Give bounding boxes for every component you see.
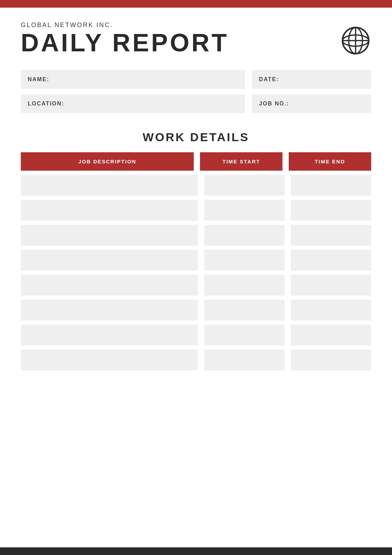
table-row bbox=[21, 325, 371, 345]
top-bar bbox=[0, 0, 392, 8]
td-description-7[interactable] bbox=[21, 325, 198, 345]
globe-icon bbox=[340, 25, 371, 56]
header-left: GLOBAL NETWORK INC. DAILY REPORT bbox=[21, 22, 229, 55]
td-time-end-3[interactable] bbox=[291, 225, 371, 246]
td-time-end-5[interactable] bbox=[291, 275, 371, 296]
td-time-end-4[interactable] bbox=[291, 250, 371, 271]
td-time-end-7[interactable] bbox=[291, 325, 371, 345]
table-body bbox=[21, 175, 371, 370]
td-description-8[interactable] bbox=[21, 350, 198, 370]
table-row bbox=[21, 300, 371, 321]
name-field[interactable]: NAME: bbox=[21, 70, 245, 89]
td-description-3[interactable] bbox=[21, 225, 198, 246]
td-time-start-8[interactable] bbox=[204, 350, 285, 370]
date-field[interactable]: DATE: bbox=[252, 70, 371, 89]
table-header: JOB DESCRIPTION TIME START TIME END bbox=[21, 152, 371, 171]
td-description-6[interactable] bbox=[21, 300, 198, 321]
table-row bbox=[21, 225, 371, 246]
td-time-end-8[interactable] bbox=[291, 350, 371, 370]
td-time-start-4[interactable] bbox=[204, 250, 285, 271]
table-row bbox=[21, 350, 371, 370]
td-description-1[interactable] bbox=[21, 175, 198, 196]
td-time-end-2[interactable] bbox=[291, 200, 371, 221]
td-time-end-6[interactable] bbox=[291, 300, 371, 321]
table-row bbox=[21, 175, 371, 196]
job-no-field[interactable]: JOB NO.: bbox=[252, 94, 371, 113]
report-title: DAILY REPORT bbox=[21, 30, 229, 55]
header: GLOBAL NETWORK INC. DAILY REPORT bbox=[21, 22, 371, 56]
td-description-5[interactable] bbox=[21, 275, 198, 296]
fields-section: NAME: DATE: LOCATION: JOB NO.: bbox=[21, 70, 371, 113]
td-description-4[interactable] bbox=[21, 250, 198, 271]
td-time-start-6[interactable] bbox=[204, 300, 285, 321]
td-time-start-1[interactable] bbox=[204, 175, 285, 196]
table-row bbox=[21, 275, 371, 296]
fields-row-2: LOCATION: JOB NO.: bbox=[21, 94, 371, 113]
td-time-start-7[interactable] bbox=[204, 325, 285, 345]
td-time-start-2[interactable] bbox=[204, 200, 285, 221]
location-field[interactable]: LOCATION: bbox=[21, 94, 245, 113]
table-row bbox=[21, 200, 371, 221]
fields-row-1: NAME: DATE: bbox=[21, 70, 371, 89]
th-job-description: JOB DESCRIPTION bbox=[21, 152, 194, 171]
work-details-title: WORK DETAILS bbox=[21, 130, 371, 144]
td-time-start-5[interactable] bbox=[204, 275, 285, 296]
work-table: JOB DESCRIPTION TIME START TIME END bbox=[21, 152, 371, 370]
bottom-bar bbox=[0, 547, 392, 555]
td-time-start-3[interactable] bbox=[204, 225, 285, 246]
th-time-end: TIME END bbox=[289, 152, 371, 171]
td-description-2[interactable] bbox=[21, 200, 198, 221]
td-time-end-1[interactable] bbox=[291, 175, 371, 196]
th-time-start: TIME START bbox=[200, 152, 282, 171]
company-name: GLOBAL NETWORK INC. bbox=[21, 22, 229, 29]
table-row bbox=[21, 250, 371, 271]
